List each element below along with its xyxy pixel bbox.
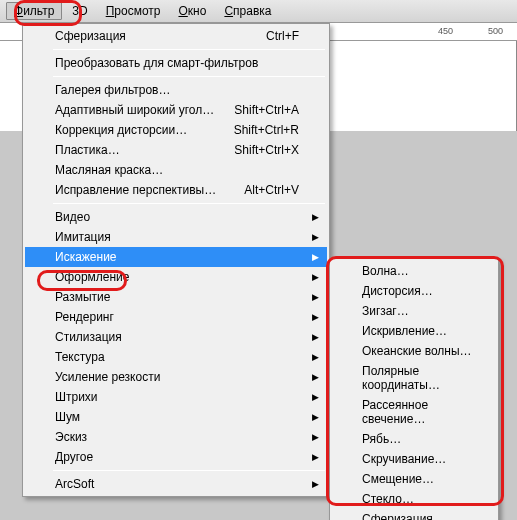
menu-item-shortcut: Alt+Ctrl+V (244, 183, 299, 197)
menu-item-oil-paint[interactable]: Масляная краска… (25, 160, 327, 180)
menu-item-sharpen[interactable]: Усиление резкости▶ (25, 367, 327, 387)
submenu-item-ripple[interactable]: Рябь… (332, 429, 496, 449)
menu-item-label: Эскиз (55, 430, 87, 444)
menu-filter[interactable]: Фильтр (6, 2, 62, 20)
menu-item-render[interactable]: Рендеринг▶ (25, 307, 327, 327)
menu-item-label: Размытие (55, 290, 110, 304)
menu-item-shortcut: Ctrl+F (266, 29, 299, 43)
menu-item-label: Стилизация (55, 330, 122, 344)
menu-item-label: Коррекция дисторсии… (55, 123, 187, 137)
menu-item-label: Искажение (55, 250, 117, 264)
submenu-item-twist[interactable]: Скручивание… (332, 449, 496, 469)
chevron-right-icon: ▶ (312, 372, 319, 382)
chevron-right-icon: ▶ (312, 292, 319, 302)
chevron-right-icon: ▶ (312, 332, 319, 342)
menu-item-noise[interactable]: Шум▶ (25, 407, 327, 427)
distort-submenu: Волна… Дисторсия… Зигзаг… Искривление… О… (329, 258, 499, 520)
submenu-item-zigzag[interactable]: Зигзаг… (332, 301, 496, 321)
menu-item-label: Исправление перспективы… (55, 183, 216, 197)
submenu-item-wave[interactable]: Волна… (332, 261, 496, 281)
menu-item-wide-angle[interactable]: Адаптивный широкий угол…Shift+Ctrl+A (25, 100, 327, 120)
submenu-item-twirl[interactable]: Искривление… (332, 321, 496, 341)
menu-item-shortcut: Shift+Ctrl+R (234, 123, 299, 137)
menu-item-shortcut: Shift+Ctrl+X (234, 143, 299, 157)
menu-item-label: Шум (55, 410, 80, 424)
menu-help[interactable]: Справка (216, 2, 279, 20)
menu-item-sketch[interactable]: Эскиз▶ (25, 427, 327, 447)
ruler-tick: 500 (488, 26, 503, 36)
menu-item-label: Усиление резкости (55, 370, 160, 384)
menu-item-label: Масляная краска… (55, 163, 163, 177)
chevron-right-icon: ▶ (312, 232, 319, 242)
menu-item-label: ArcSoft (55, 477, 94, 491)
menu-item-label: Другое (55, 450, 93, 464)
menu-item-label: Сферизация (55, 29, 126, 43)
menu-view[interactable]: Просмотр (98, 2, 169, 20)
submenu-item-ocean[interactable]: Океанские волны… (332, 341, 496, 361)
menu-item-strokes[interactable]: Штрихи▶ (25, 387, 327, 407)
menu-item-imitation[interactable]: Имитация▶ (25, 227, 327, 247)
menu-item-video[interactable]: Видео▶ (25, 207, 327, 227)
submenu-item-polar[interactable]: Полярные координаты… (332, 361, 496, 395)
menu-3d[interactable]: 3D (64, 2, 95, 20)
menu-item-texture[interactable]: Текстура▶ (25, 347, 327, 367)
menu-item-label: Текстура (55, 350, 105, 364)
chevron-right-icon: ▶ (312, 452, 319, 462)
menu-item-label: Видео (55, 210, 90, 224)
chevron-right-icon: ▶ (312, 352, 319, 362)
separator (53, 49, 325, 50)
chevron-right-icon: ▶ (312, 479, 319, 489)
menu-item-stylize[interactable]: Стилизация▶ (25, 327, 327, 347)
menu-item-vanishing-point[interactable]: Исправление перспективы…Alt+Ctrl+V (25, 180, 327, 200)
menu-item-label: Адаптивный широкий угол… (55, 103, 214, 117)
submenu-item-diffuse-glow[interactable]: Рассеянное свечение… (332, 395, 496, 429)
menu-item-label: Преобразовать для смарт-фильтров (55, 56, 258, 70)
menu-window[interactable]: Окно (170, 2, 214, 20)
separator (53, 470, 325, 471)
separator (53, 76, 325, 77)
menu-item-label: Оформление (55, 270, 129, 284)
submenu-item-glass[interactable]: Стекло… (332, 489, 496, 509)
menu-item-label: Штрихи (55, 390, 98, 404)
menu-item-distort[interactable]: Искажение▶ (25, 247, 327, 267)
menu-item-gallery[interactable]: Галерея фильтров… (25, 80, 327, 100)
chevron-right-icon: ▶ (312, 412, 319, 422)
menu-item-label: Пластика… (55, 143, 120, 157)
chevron-right-icon: ▶ (312, 212, 319, 222)
filter-menu: Сферизация Ctrl+F Преобразовать для смар… (22, 23, 330, 497)
chevron-right-icon: ▶ (312, 392, 319, 402)
ruler-tick: 450 (438, 26, 453, 36)
separator (53, 203, 325, 204)
menu-item-label: Рендеринг (55, 310, 114, 324)
chevron-right-icon: ▶ (312, 312, 319, 322)
menu-item-label: Имитация (55, 230, 111, 244)
menu-item-convert-smart[interactable]: Преобразовать для смарт-фильтров (25, 53, 327, 73)
menu-item-liquify[interactable]: Пластика…Shift+Ctrl+X (25, 140, 327, 160)
menu-item-repeat-last[interactable]: Сферизация Ctrl+F (25, 26, 327, 46)
submenu-item-spherize[interactable]: Сферизация… (332, 509, 496, 520)
submenu-item-distortion[interactable]: Дисторсия… (332, 281, 496, 301)
chevron-right-icon: ▶ (312, 432, 319, 442)
menu-item-other[interactable]: Другое▶ (25, 447, 327, 467)
menu-item-lens-correction[interactable]: Коррекция дисторсии…Shift+Ctrl+R (25, 120, 327, 140)
menu-item-label: Галерея фильтров… (55, 83, 170, 97)
menu-item-arcsoft[interactable]: ArcSoft▶ (25, 474, 327, 494)
menu-item-shortcut: Shift+Ctrl+A (234, 103, 299, 117)
menu-item-styling[interactable]: Оформление▶ (25, 267, 327, 287)
menu-item-blur[interactable]: Размытие▶ (25, 287, 327, 307)
chevron-right-icon: ▶ (312, 252, 319, 262)
submenu-item-displace[interactable]: Смещение… (332, 469, 496, 489)
chevron-right-icon: ▶ (312, 272, 319, 282)
menubar: Фильтр 3D Просмотр Окно Справка (0, 0, 517, 23)
